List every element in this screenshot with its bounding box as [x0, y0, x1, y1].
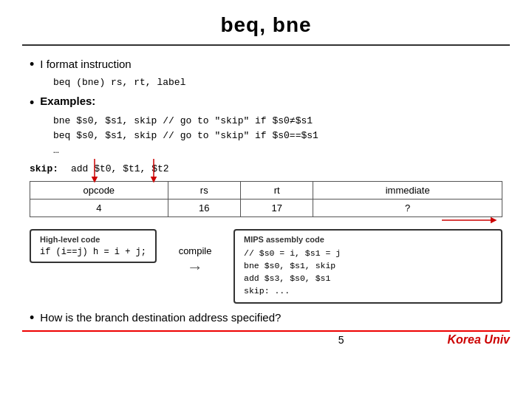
bullet-1-code: beq (bne) rs, rt, label — [53, 75, 502, 90]
bullet-3-text: How is the branch destination address sp… — [40, 310, 281, 325]
bullet-3-section: • How is the branch destination address … — [30, 310, 502, 326]
bullet-dot-3: • — [30, 310, 34, 326]
example-code-block: bne $s0, $s1, skip // go to "skip" if $s… — [53, 114, 502, 158]
high-level-label: High-level code — [40, 235, 146, 244]
bullet-dot-2: • — [30, 95, 34, 111]
compile-arrow-area: compile → — [166, 229, 225, 276]
bullet-dot-1: • — [30, 57, 34, 72]
mips-line-3: add $s3, $s0, $s1 — [244, 272, 492, 284]
example-ellipsis: … — [53, 143, 502, 158]
compile-label: compile — [179, 245, 212, 256]
table-header-rt: rt — [240, 181, 313, 199]
mips-code: // $s0 = i, $s1 = j bne $s0, $s1, skip a… — [244, 247, 492, 298]
high-level-code: if (i==j) h = i + j; — [40, 247, 146, 257]
mips-label: MIPS assembly code — [244, 235, 492, 244]
korea-univ-label: Korea Univ — [448, 333, 510, 347]
bullet-1-section: • I format instruction beq (bne) rs, rt,… — [30, 56, 502, 90]
table-value-rs: 16 — [168, 199, 240, 216]
mips-box: MIPS assembly code // $s0 = i, $s1 = j b… — [233, 229, 502, 304]
example-line-1: bne $s0, $s1, skip // go to "skip" if $s… — [53, 114, 502, 129]
footer: 5 Korea Univ — [0, 332, 532, 347]
table-value-opcode: 4 — [30, 199, 168, 216]
high-level-box: High-level code if (i==j) h = i + j; — [30, 229, 157, 263]
bullet-2-label: Examples: — [40, 95, 95, 107]
compile-section: High-level code if (i==j) h = i + j; com… — [30, 229, 502, 304]
instruction-table: opcode rs rt immediate 4 16 17 ? — [30, 181, 502, 217]
page-title: beq, bne — [0, 0, 532, 44]
bullet-1-label: I format instruction — [40, 56, 131, 72]
instruction-table-wrapper: opcode rs rt immediate 4 16 17 ? — [30, 181, 502, 217]
table-header-immediate: immediate — [313, 181, 502, 199]
mips-line-4: skip: ... — [244, 284, 492, 297]
compile-arrow-icon: → — [187, 259, 203, 276]
top-divider — [22, 44, 510, 46]
mips-line-1: // $s0 = i, $s1 = j — [244, 247, 492, 259]
table-arrows-svg — [30, 159, 502, 184]
page-number: 5 — [235, 334, 448, 346]
table-value-rt: 17 — [240, 199, 313, 216]
table-header-opcode: opcode — [30, 181, 168, 199]
example-line-2: beq $s0, $s1, skip // go to "skip" if $s… — [53, 129, 502, 143]
table-header-rs: rs — [168, 181, 240, 199]
mips-line-2: bne $s0, $s1, skip — [244, 259, 492, 272]
immediate-arrow-svg — [442, 213, 501, 228]
